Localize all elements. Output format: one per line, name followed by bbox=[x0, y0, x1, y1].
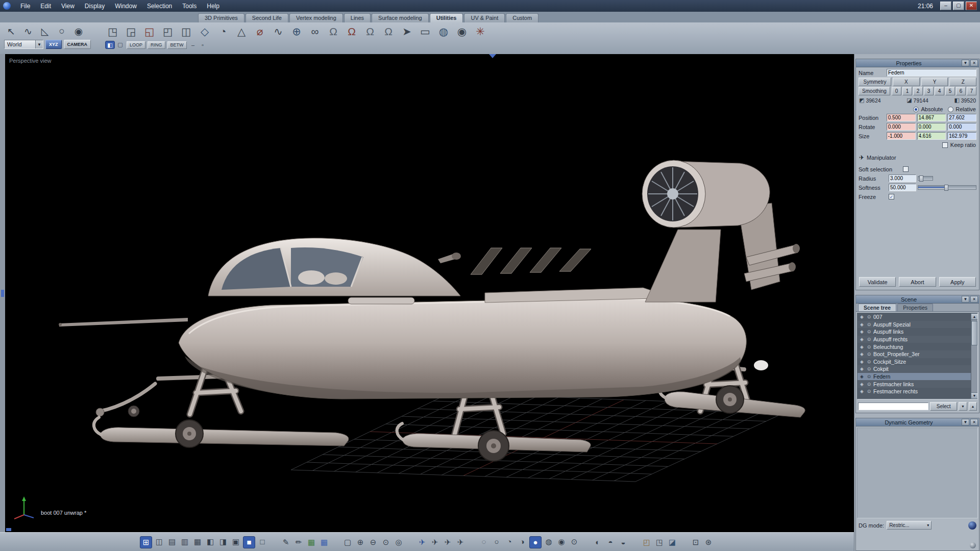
magnet-left-icon[interactable]: Ω bbox=[381, 23, 396, 40]
uv-edit-icon[interactable]: ✎ bbox=[280, 537, 291, 548]
viewport-layout-3l-icon[interactable]: ◧ bbox=[205, 536, 216, 547]
close-button[interactable]: ✕ bbox=[966, 2, 977, 10]
menu-file[interactable]: File bbox=[16, 2, 35, 11]
smoothing-button[interactable]: Smoothing bbox=[859, 87, 890, 95]
dg-mode-dropdown[interactable]: Restric... ▾ bbox=[887, 521, 932, 530]
apply-button[interactable]: Apply bbox=[939, 277, 976, 287]
tab-custom[interactable]: Custom bbox=[506, 13, 538, 22]
smoothing-1-button[interactable]: 1 bbox=[902, 87, 912, 95]
tab-surface-modeling[interactable]: Surface modeling bbox=[372, 13, 429, 22]
menu-view[interactable]: View bbox=[57, 2, 79, 11]
size-y-field[interactable] bbox=[917, 132, 946, 140]
decimate-icon[interactable]: ⌀ bbox=[252, 23, 267, 40]
scene-tree-item[interactable]: ◈⊙007 bbox=[857, 313, 971, 321]
circle-array-icon[interactable]: ◔ bbox=[215, 23, 231, 40]
position-x-field[interactable] bbox=[887, 114, 916, 121]
zoom-in-icon[interactable]: ⊕ bbox=[355, 537, 366, 548]
toolbar-detach-icon[interactable]: ▫ bbox=[199, 41, 207, 48]
viewport-layout-3r-icon[interactable]: ◨ bbox=[217, 536, 229, 547]
target-weld-icon[interactable]: ⊕ bbox=[289, 23, 304, 40]
stretch-tool-icon[interactable]: ➤ bbox=[399, 23, 414, 40]
dg-ball-icon[interactable] bbox=[970, 542, 976, 548]
edge-mode-icon[interactable]: ◧ bbox=[105, 41, 115, 49]
face-mode-icon[interactable]: ▢ bbox=[116, 41, 125, 48]
radius-field[interactable] bbox=[889, 174, 916, 182]
menu-display[interactable]: Display bbox=[80, 2, 109, 11]
viewport-layout-2v-icon[interactable]: ▤ bbox=[166, 536, 178, 547]
radius-slider[interactable] bbox=[918, 176, 933, 181]
node-lock-icon[interactable]: ◈ bbox=[859, 314, 865, 319]
menu-window[interactable]: Window bbox=[110, 2, 141, 11]
mirror-tool-icon[interactable]: ◫ bbox=[179, 23, 194, 40]
viewport-layout-2h-icon[interactable]: ◫ bbox=[154, 536, 165, 547]
node-lock-icon[interactable]: ◈ bbox=[859, 352, 865, 357]
bend-tool-icon[interactable]: ◉ bbox=[454, 23, 470, 40]
symmetry-z-button[interactable]: Z bbox=[949, 78, 976, 86]
visibility-eye-icon[interactable]: ⊙ bbox=[866, 337, 872, 342]
smoothing-4-button[interactable]: 4 bbox=[935, 87, 944, 95]
symmetry-x-button[interactable]: X bbox=[893, 78, 920, 86]
shading-textured-icon[interactable]: ◍ bbox=[543, 536, 554, 547]
scene-tree-item[interactable]: ◈⊙Federn bbox=[857, 373, 971, 381]
tab-lines[interactable]: Lines bbox=[344, 13, 371, 22]
shading-wireframe-icon[interactable]: ◌ bbox=[478, 536, 489, 547]
gizmo-y-icon[interactable]: ✈ bbox=[442, 537, 453, 548]
close-panel-icon[interactable]: ✕ bbox=[970, 296, 978, 303]
gizmo-x-icon[interactable]: ✈ bbox=[429, 537, 440, 548]
snapshot-icon[interactable]: ⊡ bbox=[690, 537, 701, 548]
bridge-icon[interactable]: ∞ bbox=[307, 23, 323, 40]
ring-select-button[interactable]: RING bbox=[148, 41, 165, 49]
smoothing-7-button[interactable]: 7 bbox=[967, 87, 976, 95]
visibility-eye-icon[interactable]: ⊙ bbox=[866, 352, 872, 357]
zoom-region-icon[interactable]: ⊙ bbox=[380, 537, 391, 548]
tab-utilities[interactable]: Utilities bbox=[430, 13, 463, 22]
twist-tool-icon[interactable]: ◍ bbox=[436, 23, 451, 40]
keep-ratio-checkbox[interactable] bbox=[942, 142, 948, 148]
bake-icon[interactable]: ◰ bbox=[641, 537, 652, 548]
copy-tool-icon[interactable]: ◳ bbox=[105, 23, 120, 40]
menu-selection[interactable]: Selection bbox=[142, 2, 177, 11]
shading-textured-decal-icon[interactable]: ◉ bbox=[556, 536, 567, 547]
node-lock-icon[interactable]: ◈ bbox=[859, 366, 865, 371]
visibility-eye-icon[interactable]: ⊙ bbox=[866, 389, 872, 394]
scrollbar-thumb[interactable] bbox=[971, 321, 977, 345]
perspective-viewport[interactable]: Perspective view boot 007 unwrap * bbox=[5, 54, 854, 532]
tab-scene-properties[interactable]: Properties bbox=[897, 304, 933, 311]
light-day-icon[interactable]: ◓ bbox=[605, 537, 616, 548]
camera-lock-icon[interactable]: ◉ bbox=[71, 24, 86, 38]
collapse-panel-icon[interactable]: ▼ bbox=[962, 60, 969, 66]
shading-smooth-icon[interactable]: ◑ bbox=[517, 536, 528, 547]
light-night-icon[interactable]: ◒ bbox=[618, 537, 629, 548]
scene-tree-item[interactable]: ◈⊙Cokpit bbox=[857, 365, 971, 373]
name-field[interactable] bbox=[887, 69, 976, 77]
menu-tools[interactable]: Tools bbox=[178, 2, 201, 11]
visibility-eye-icon[interactable]: ⊙ bbox=[866, 382, 872, 387]
node-lock-icon[interactable]: ◈ bbox=[859, 322, 865, 327]
snap-tool-icon[interactable]: ◺ bbox=[38, 24, 52, 38]
menu-help[interactable]: Help bbox=[202, 2, 224, 11]
size-z-field[interactable] bbox=[947, 132, 976, 140]
viewport-layout-custom-icon[interactable]: □ bbox=[257, 536, 268, 547]
magnet-bottom-icon[interactable]: Ω bbox=[362, 23, 378, 40]
export-icon[interactable]: ◳ bbox=[654, 537, 665, 548]
visibility-eye-icon[interactable]: ⊙ bbox=[866, 314, 872, 319]
node-lock-icon[interactable]: ◈ bbox=[859, 344, 865, 349]
magnet-top-icon[interactable]: Ω bbox=[326, 23, 341, 40]
zoom-out-icon[interactable]: ⊖ bbox=[368, 537, 379, 548]
duplicate-tool-icon[interactable]: ◰ bbox=[160, 23, 176, 40]
close-panel-icon[interactable]: ✕ bbox=[970, 60, 978, 66]
spiral-tool-icon[interactable]: ✳ bbox=[473, 23, 488, 40]
toolbar-minimize-icon[interactable]: – bbox=[189, 41, 198, 48]
smoothing-3-button[interactable]: 3 bbox=[924, 87, 934, 95]
scene-tree-item[interactable]: ◈⊙Boot_Propeller_3er bbox=[857, 350, 971, 358]
position-y-field[interactable] bbox=[917, 114, 946, 121]
tab-scene-tree[interactable]: Scene tree bbox=[858, 304, 896, 311]
circle-select-icon[interactable]: ○ bbox=[55, 24, 69, 38]
shading-transparent-icon[interactable]: ⊙ bbox=[569, 536, 580, 547]
select-arrow-icon[interactable]: ↖ bbox=[4, 24, 18, 38]
scene-tree-item[interactable]: ◈⊙Cockpit_Sitze bbox=[857, 358, 971, 366]
scene-tree-item[interactable]: ◈⊙Beleuchtung bbox=[857, 343, 971, 350]
world-space-dropdown[interactable]: World ▼ bbox=[4, 40, 43, 49]
menu-edit[interactable]: Edit bbox=[36, 2, 56, 11]
visibility-eye-icon[interactable]: ⊙ bbox=[866, 322, 872, 327]
